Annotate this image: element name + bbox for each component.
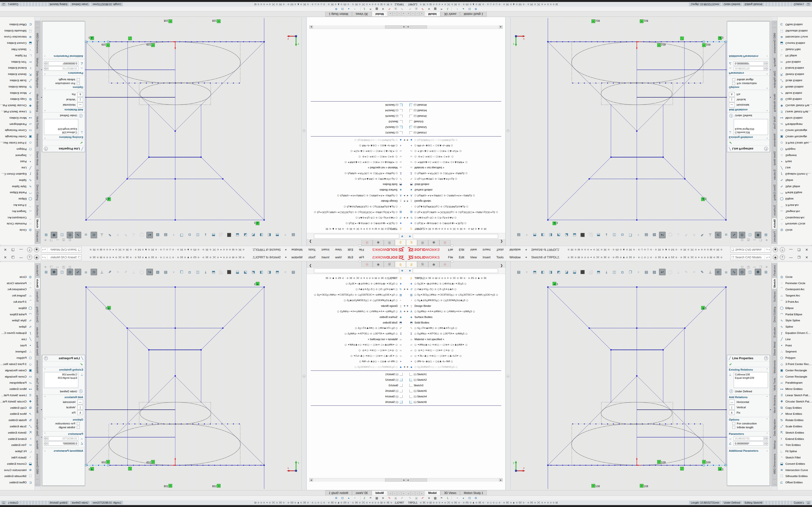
pane-horizontal-scrollbar[interactable]: ◀ ▶	[309, 478, 406, 482]
restore-button[interactable]: ❐	[795, 255, 803, 260]
cmdtab-mold-tools[interactable]: Mold Tools	[35, 115, 40, 131]
headsup-button-2[interactable]: ⬒	[531, 269, 538, 275]
add-relation-vertical[interactable]: ❘Vertical	[729, 405, 768, 410]
pane-splitter[interactable]: ⊙	[301, 17, 306, 246]
tool-intersection-curve[interactable]: ≋Intersection Curve	[0, 34, 35, 40]
pane-overflow-icon[interactable]: ❯	[307, 264, 314, 267]
section-header[interactable]: Add Relations ⌃	[729, 396, 768, 399]
panel-help-icon[interactable]: ?	[764, 356, 768, 360]
cmdtab--[interactable]: ⋮	[772, 25, 777, 29]
search-input[interactable]: Search CAD Models	[735, 256, 765, 259]
bottom-tool-6[interactable]: Ŀ	[361, 7, 367, 11]
menu-file[interactable]: File	[356, 255, 367, 260]
doctab-3d-views[interactable]: 3D Views	[441, 490, 460, 495]
tool-style-spline[interactable]: ∿Style Spline	[777, 318, 812, 324]
headsup-button-2[interactable]: ⬒	[274, 269, 281, 275]
ok-button[interactable]: ✔	[42, 361, 85, 367]
tool-point[interactable]: ▪Point	[0, 342, 35, 349]
tool-intersection-curve[interactable]: ≋Intersection Curve	[0, 467, 35, 473]
checkbox-icon[interactable]	[77, 426, 80, 429]
search-icon[interactable]: ⌕	[44, 248, 47, 252]
relations-listbox[interactable]: Collinear108Equal length109	[734, 372, 768, 388]
relation-item[interactable]: Equal length109	[735, 127, 767, 131]
cmdtab-weldments[interactable]: Weldments	[772, 132, 777, 148]
tree-item-0[interactable]: ★○ ƼƽƎƐ✦∘♟◎ΛAΦ○ ⊙ ○ΦAΛ◎♟∘✦ƎƐƽƼ ○	[311, 281, 406, 286]
filter-input[interactable]	[413, 269, 498, 273]
pane-tab-configuration-manager[interactable]: ⊕	[428, 240, 439, 246]
tree-item-15[interactable]: ▶⬥○ ƼƽƎƐИNAႶ⊹○ ∘ ○⊹ႶANИƎƐƽƼ ○	[311, 137, 406, 143]
headsup-button-32[interactable]: ◑	[41, 232, 41, 238]
doc-tab-nav-icon[interactable]: »	[419, 491, 424, 495]
section-header[interactable]: Options ⌃	[44, 86, 83, 89]
tree-root[interactable]: βTЯPDL2. ⊙ ƎƐ ⊙ Ш ⊙ ⊙ ⊙ ✦ ⊙ ƆC ⊙ ƎƐ ⊙ · …	[311, 275, 406, 281]
headsup-button-22[interactable]: ✕	[691, 232, 698, 238]
doc-tab-nav-icon[interactable]: ›	[393, 491, 397, 495]
doc-window-control-icon[interactable]: ❐	[759, 265, 762, 269]
tool-segment[interactable]: ∴Segment	[777, 152, 812, 159]
pane-tab-featuremanager-tree[interactable]: β	[395, 261, 406, 267]
pane-pin-handle[interactable]	[359, 260, 361, 263]
tool-convert-entities[interactable]: ⬓Convert Entities	[0, 461, 35, 467]
splitter-handle-icon[interactable]: ⊙	[507, 375, 509, 378]
section-header[interactable]: Existing Relations ⌃	[44, 368, 83, 371]
tool-ellipse[interactable]: ◯Ellipse	[0, 196, 35, 202]
tool-trim-entities[interactable]: ✂Trim Entities	[777, 59, 812, 65]
tool-corner-rectangle[interactable]: ▭Corner Rectangle	[777, 374, 812, 380]
pane-tab-display-manager[interactable]: ☉	[361, 261, 373, 267]
pane-horizontal-scrollbar[interactable]: ◀ ▶	[406, 478, 503, 482]
bottom-tool-6[interactable]: Ŀ	[445, 496, 451, 500]
expand-arrow-icon[interactable]: ▶	[406, 305, 409, 307]
tool-fit-spline[interactable]: ∟Fit Spline	[0, 53, 35, 59]
tool-parallelogram[interactable]: ▱Parallelogram	[777, 380, 812, 386]
doctab-motion-study-1[interactable]: Motion Study 1	[325, 12, 352, 17]
pane-tab-featuremanager-tree[interactable]: β	[406, 240, 417, 246]
bottom-tool-4[interactable]: ▦	[433, 7, 438, 11]
tool-spline[interactable]: ∿Spline	[777, 177, 812, 183]
collapse-icon[interactable]: ⌃	[44, 136, 46, 139]
tree-item-15[interactable]: ▶⬥○ ƼƽƎƐИNAႶ⊹○ ∘ ○⊹ႶANИƎƐƽƼ ○	[406, 364, 501, 370]
tool-linear-sketch-pattern[interactable]: ⠿Linear Sketch Pattern	[777, 392, 812, 398]
cmdtab-mesh-modeling[interactable]: Mesh Modeling	[35, 393, 40, 415]
doc-window-control-icon[interactable]: —	[56, 265, 59, 269]
doctab-motion-study-1[interactable]: Motion Study 1	[460, 490, 487, 495]
checkbox-icon[interactable]	[732, 426, 735, 429]
cmdtab-data-migration[interactable]: Data Migration	[35, 416, 40, 439]
tool-line[interactable]: ╱Line	[0, 336, 35, 342]
bottom-tool-9[interactable]: ◕	[461, 496, 466, 500]
headsup-button-32[interactable]: ◑	[41, 269, 41, 275]
tree-sketch-5[interactable]: (-) Sketch4	[311, 394, 406, 399]
tree-item-0[interactable]: ★○ ƼƽƎƐ✦∘♟◎ΛAΦ○ ⊙ ○ΦAΛ◎♟∘✦ƎƐƽƼ ○	[406, 281, 501, 286]
bottom-tool-8[interactable]: ◔	[454, 7, 460, 11]
tool-spline[interactable]: ∿Spline	[777, 324, 812, 330]
headsup-button-25[interactable]: ⊂	[715, 232, 721, 238]
tool-extend-entities[interactable]: ⊦Extend Entities	[0, 436, 35, 442]
tool-circular-sketch-pattern[interactable]: ❖Circular Sketch Pattern	[0, 102, 35, 109]
cmdtab--[interactable]: ⋮	[35, 483, 40, 486]
headsup-button-5[interactable]: ◩	[250, 232, 257, 238]
cmdtab-sketch[interactable]: Sketch	[35, 278, 40, 289]
section-header[interactable]: Existing Relations ⌃	[729, 368, 768, 371]
tool-corner-rectangle[interactable]: ▭Corner Rectangle	[777, 127, 812, 133]
tree-item-4[interactable]: ▶▯Design Binder	[406, 303, 501, 308]
close-button[interactable]: ✕	[803, 255, 811, 260]
headsup-button-24[interactable]: ⊥	[99, 232, 105, 238]
headsup-button-22[interactable]: ✕	[691, 269, 698, 275]
angle-field[interactable]: 0.00000000°	[734, 61, 764, 66]
checkbox-for-construction[interactable]: For construction	[44, 82, 80, 85]
expand-icon[interactable]: ⌄	[44, 55, 46, 58]
tree-item-0[interactable]: ★○ ƼƽƎƐ✦∘♟◎ΛAΦ○ ⊙ ○ΦAΛ◎♟∘✦ƎƐƽƼ ○	[311, 221, 406, 226]
close-button[interactable]: ✕	[1, 247, 9, 252]
headsup-button-22[interactable]: ✕	[114, 269, 121, 275]
cmdtab--[interactable]: ⋮	[772, 21, 777, 24]
collapse-icon[interactable]: ⌃	[766, 86, 768, 89]
headsup-button-5[interactable]: ◩	[250, 269, 257, 275]
tool-stretch-entities[interactable]: ⇱Stretch Entities	[0, 71, 35, 77]
headsup-button-14[interactable]: ❒	[179, 269, 185, 275]
additional-parameters-section[interactable]: Additional Parameters ⌄	[42, 448, 85, 453]
tool-sketch-fillet[interactable]: ◝Sketch Fillet	[777, 454, 812, 461]
restore-button[interactable]: ❐	[795, 247, 803, 252]
tool-offset-entities[interactable]: ⊏Offset Entities	[0, 479, 35, 486]
scroll-right-icon[interactable]: ▶	[499, 25, 503, 29]
collapse-icon[interactable]: ⌃	[766, 418, 768, 421]
tree-item-8[interactable]: ✎○ Ƽƽ⊹Ⴖ✳♟AΜ○ ⊙ ○ΜA♟✳Ⴖ⊹ƽƼ ○	[406, 176, 501, 182]
